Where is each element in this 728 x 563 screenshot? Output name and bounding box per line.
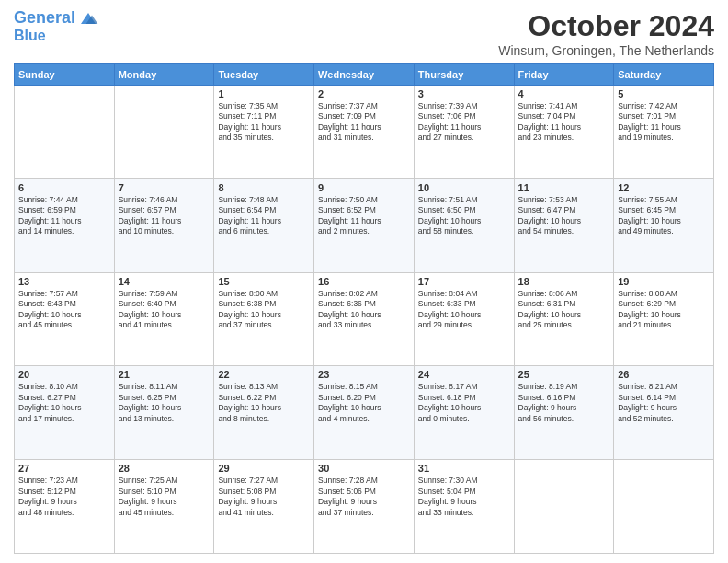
cell-info: Sunrise: 7:28 AM Sunset: 5:06 PM Dayligh… [318, 476, 410, 518]
day-header-wednesday: Wednesday [314, 64, 415, 86]
location: Winsum, Groningen, The Netherlands [498, 43, 714, 58]
logo-text-blue: Blue [14, 28, 99, 44]
calendar-cell: 13Sunrise: 7:57 AM Sunset: 6:43 PM Dayli… [15, 272, 115, 366]
day-number: 7 [119, 182, 210, 193]
cell-info: Sunrise: 7:48 AM Sunset: 6:54 PM Dayligh… [218, 195, 310, 237]
calendar-cell [114, 86, 214, 179]
day-number: 14 [119, 276, 210, 287]
calendar-cell: 29Sunrise: 7:27 AM Sunset: 5:08 PM Dayli… [214, 460, 314, 554]
day-number: 11 [518, 182, 610, 193]
calendar-cell: 30Sunrise: 7:28 AM Sunset: 5:06 PM Dayli… [314, 460, 415, 554]
calendar-cell [15, 86, 115, 179]
cell-info: Sunrise: 7:41 AM Sunset: 7:04 PM Dayligh… [518, 101, 610, 144]
cell-info: Sunrise: 7:57 AM Sunset: 6:43 PM Dayligh… [18, 289, 110, 331]
calendar-cell: 27Sunrise: 7:23 AM Sunset: 5:12 PM Dayli… [15, 460, 115, 554]
logo: General Blue [14, 9, 99, 44]
cell-info: Sunrise: 8:17 AM Sunset: 6:18 PM Dayligh… [418, 382, 510, 424]
day-header-saturday: Saturday [614, 64, 714, 86]
calendar-cell: 24Sunrise: 8:17 AM Sunset: 6:18 PM Dayli… [414, 366, 514, 460]
day-number: 10 [418, 182, 510, 193]
cell-info: Sunrise: 7:39 AM Sunset: 7:06 PM Dayligh… [418, 101, 510, 144]
day-headers-row: SundayMondayTuesdayWednesdayThursdayFrid… [15, 64, 714, 86]
cell-info: Sunrise: 7:23 AM Sunset: 5:12 PM Dayligh… [18, 476, 110, 518]
day-number: 28 [119, 463, 210, 474]
day-number: 21 [119, 369, 210, 380]
cell-info: Sunrise: 7:42 AM Sunset: 7:01 PM Dayligh… [618, 101, 710, 144]
day-number: 22 [218, 369, 310, 380]
calendar-cell: 9Sunrise: 7:50 AM Sunset: 6:52 PM Daylig… [314, 178, 415, 272]
day-number: 2 [318, 88, 410, 99]
cell-info: Sunrise: 7:55 AM Sunset: 6:45 PM Dayligh… [618, 195, 710, 237]
week-row-5: 27Sunrise: 7:23 AM Sunset: 5:12 PM Dayli… [15, 460, 714, 554]
cell-info: Sunrise: 7:27 AM Sunset: 5:08 PM Dayligh… [218, 476, 310, 518]
day-number: 18 [518, 276, 610, 287]
calendar-cell: 10Sunrise: 7:51 AM Sunset: 6:50 PM Dayli… [414, 178, 514, 272]
cell-info: Sunrise: 7:46 AM Sunset: 6:57 PM Dayligh… [119, 195, 210, 237]
calendar-cell: 25Sunrise: 8:19 AM Sunset: 6:16 PM Dayli… [514, 366, 614, 460]
page: General Blue October 2024 Winsum, Gronin… [0, 0, 728, 563]
cell-info: Sunrise: 7:50 AM Sunset: 6:52 PM Dayligh… [318, 195, 410, 237]
cell-info: Sunrise: 8:11 AM Sunset: 6:25 PM Dayligh… [119, 382, 210, 424]
cell-info: Sunrise: 8:13 AM Sunset: 6:22 PM Dayligh… [218, 382, 310, 424]
calendar-cell: 6Sunrise: 7:44 AM Sunset: 6:59 PM Daylig… [15, 178, 115, 272]
calendar-cell: 5Sunrise: 7:42 AM Sunset: 7:01 PM Daylig… [614, 86, 714, 179]
cell-info: Sunrise: 7:25 AM Sunset: 5:10 PM Dayligh… [119, 476, 210, 518]
cell-info: Sunrise: 8:02 AM Sunset: 6:36 PM Dayligh… [318, 289, 410, 331]
day-number: 3 [418, 88, 510, 99]
day-number: 25 [518, 369, 610, 380]
calendar-cell: 8Sunrise: 7:48 AM Sunset: 6:54 PM Daylig… [214, 178, 314, 272]
day-number: 6 [18, 182, 110, 193]
calendar-cell: 2Sunrise: 7:37 AM Sunset: 7:09 PM Daylig… [314, 86, 415, 179]
calendar-cell: 4Sunrise: 7:41 AM Sunset: 7:04 PM Daylig… [514, 86, 614, 179]
cell-info: Sunrise: 8:08 AM Sunset: 6:29 PM Dayligh… [618, 289, 710, 331]
cell-info: Sunrise: 7:37 AM Sunset: 7:09 PM Dayligh… [318, 101, 410, 144]
cell-info: Sunrise: 7:51 AM Sunset: 6:50 PM Dayligh… [418, 195, 510, 237]
day-number: 29 [218, 463, 310, 474]
day-number: 15 [218, 276, 310, 287]
day-number: 17 [418, 276, 510, 287]
calendar-cell: 14Sunrise: 7:59 AM Sunset: 6:40 PM Dayli… [114, 272, 214, 366]
logo-icon [77, 9, 99, 28]
cell-info: Sunrise: 8:04 AM Sunset: 6:33 PM Dayligh… [418, 289, 510, 331]
calendar-cell: 26Sunrise: 8:21 AM Sunset: 6:14 PM Dayli… [614, 366, 714, 460]
day-number: 12 [618, 182, 710, 193]
calendar-cell: 18Sunrise: 8:06 AM Sunset: 6:31 PM Dayli… [514, 272, 614, 366]
day-header-tuesday: Tuesday [214, 64, 314, 86]
calendar-cell [614, 460, 714, 554]
week-row-3: 13Sunrise: 7:57 AM Sunset: 6:43 PM Dayli… [15, 272, 714, 366]
calendar-table: SundayMondayTuesdayWednesdayThursdayFrid… [14, 63, 714, 554]
calendar-cell: 22Sunrise: 8:13 AM Sunset: 6:22 PM Dayli… [214, 366, 314, 460]
cell-info: Sunrise: 8:19 AM Sunset: 6:16 PM Dayligh… [518, 382, 610, 424]
day-number: 24 [418, 369, 510, 380]
calendar-cell: 19Sunrise: 8:08 AM Sunset: 6:29 PM Dayli… [614, 272, 714, 366]
day-number: 30 [318, 463, 410, 474]
logo-text: General [14, 9, 75, 28]
cell-info: Sunrise: 7:59 AM Sunset: 6:40 PM Dayligh… [119, 289, 210, 331]
calendar-cell: 7Sunrise: 7:46 AM Sunset: 6:57 PM Daylig… [114, 178, 214, 272]
calendar-cell [514, 460, 614, 554]
calendar-cell: 21Sunrise: 8:11 AM Sunset: 6:25 PM Dayli… [114, 366, 214, 460]
week-row-2: 6Sunrise: 7:44 AM Sunset: 6:59 PM Daylig… [15, 178, 714, 272]
day-number: 1 [218, 88, 310, 99]
cell-info: Sunrise: 8:21 AM Sunset: 6:14 PM Dayligh… [618, 382, 710, 424]
calendar-cell: 23Sunrise: 8:15 AM Sunset: 6:20 PM Dayli… [314, 366, 415, 460]
day-number: 27 [18, 463, 110, 474]
day-number: 19 [618, 276, 710, 287]
header: General Blue October 2024 Winsum, Gronin… [14, 9, 714, 58]
day-number: 20 [18, 369, 110, 380]
calendar-cell: 11Sunrise: 7:53 AM Sunset: 6:47 PM Dayli… [514, 178, 614, 272]
day-header-monday: Monday [114, 64, 214, 86]
calendar-cell: 16Sunrise: 8:02 AM Sunset: 6:36 PM Dayli… [314, 272, 415, 366]
cell-info: Sunrise: 8:00 AM Sunset: 6:38 PM Dayligh… [218, 289, 310, 331]
calendar-cell: 3Sunrise: 7:39 AM Sunset: 7:06 PM Daylig… [414, 86, 514, 179]
cell-info: Sunrise: 8:10 AM Sunset: 6:27 PM Dayligh… [18, 382, 110, 424]
day-number: 5 [618, 88, 710, 99]
cell-info: Sunrise: 8:06 AM Sunset: 6:31 PM Dayligh… [518, 289, 610, 331]
day-number: 13 [18, 276, 110, 287]
day-number: 4 [518, 88, 610, 99]
cell-info: Sunrise: 7:30 AM Sunset: 5:04 PM Dayligh… [418, 476, 510, 518]
month-title: October 2024 [498, 9, 714, 43]
day-number: 31 [418, 463, 510, 474]
day-header-sunday: Sunday [15, 64, 115, 86]
title-block: October 2024 Winsum, Groningen, The Neth… [498, 9, 714, 58]
